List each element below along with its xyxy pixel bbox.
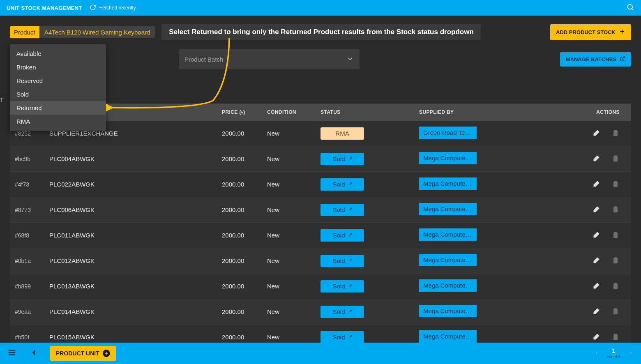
refresh-label: Fetched recently xyxy=(99,5,136,11)
row-supplier: Mega Computer S... xyxy=(415,146,530,172)
delete-button[interactable] xyxy=(611,129,620,137)
row-serial: PLC012ABWGK xyxy=(45,248,210,274)
delete-button[interactable] xyxy=(611,307,620,315)
pencil-icon xyxy=(593,307,601,315)
edit-button[interactable] xyxy=(593,154,601,162)
edit-button[interactable] xyxy=(593,230,601,239)
status-badge[interactable]: Sold xyxy=(320,280,364,293)
status-badge[interactable]: Sold xyxy=(320,255,364,267)
supplier-badge[interactable]: Mega Computer S... xyxy=(419,152,477,164)
product-batch-select[interactable]: Product Batch xyxy=(179,49,360,69)
supplier-badge[interactable]: Mega Computer S... xyxy=(419,330,477,343)
row-serial: PLC014ABWGK xyxy=(45,299,210,325)
edit-button[interactable] xyxy=(593,332,601,341)
status-option-available[interactable]: Available xyxy=(10,47,106,60)
row-price: 2000.00 xyxy=(210,248,263,274)
delete-button[interactable] xyxy=(611,230,620,239)
edit-button[interactable] xyxy=(593,129,601,137)
page-prev[interactable] xyxy=(594,350,599,357)
supplier-badge[interactable]: Mega Computer S... xyxy=(419,254,477,266)
supplier-badge[interactable]: Mega Computer S... xyxy=(419,279,477,292)
trash-icon xyxy=(611,332,620,341)
delete-button[interactable] xyxy=(611,281,620,290)
plus-icon xyxy=(619,28,625,36)
edit-button[interactable] xyxy=(593,205,601,213)
pencil-icon xyxy=(593,154,601,162)
edit-button[interactable] xyxy=(593,256,601,264)
manage-batches-label: MANAGE BATCHES xyxy=(566,56,616,62)
status-badge[interactable]: Sold xyxy=(320,306,364,318)
supplier-badge[interactable]: Mega Computer S... xyxy=(419,203,477,215)
product-chip-label: Product xyxy=(10,26,39,38)
row-actions xyxy=(530,299,631,325)
status-badge[interactable]: Sold xyxy=(320,204,364,216)
page-current: 1 xyxy=(607,348,620,355)
trash-icon xyxy=(611,129,620,137)
table-row: #8773 PLC006ABWGK 2000.00 New Sold Mega … xyxy=(10,197,631,223)
status-badge[interactable]: Sold xyxy=(320,229,364,242)
menu-button[interactable] xyxy=(7,348,16,359)
status-dropdown: AvailableBrokenReservedSoldReturnedRMA xyxy=(10,44,106,131)
row-actions xyxy=(530,274,631,299)
supplier-badge[interactable]: Mega Computer S... xyxy=(419,228,477,241)
status-badge[interactable]: Sold xyxy=(320,178,364,191)
row-status: Sold xyxy=(316,223,415,248)
edit-button[interactable] xyxy=(593,307,601,315)
menu-icon xyxy=(7,351,16,358)
delete-button[interactable] xyxy=(611,154,620,162)
supplier-badge[interactable]: Mega Computer S... xyxy=(419,177,477,190)
row-condition: New xyxy=(263,121,316,146)
edit-button[interactable] xyxy=(593,180,601,188)
product-unit-label: PRODUCT UNIT xyxy=(56,350,99,357)
row-id: #9eaa xyxy=(10,299,45,325)
row-serial: PLC004ABWGK xyxy=(45,146,210,172)
row-condition: New xyxy=(263,299,316,325)
status-option-reserved[interactable]: Reserved xyxy=(10,74,106,88)
search-icon xyxy=(626,7,634,13)
status-option-sold[interactable]: Sold xyxy=(10,88,106,101)
search-button[interactable] xyxy=(626,3,634,13)
manage-batches-button[interactable]: MANAGE BATCHES xyxy=(560,52,631,67)
row-actions xyxy=(530,223,631,248)
pencil-icon xyxy=(593,180,601,188)
page-next[interactable] xyxy=(629,350,634,357)
table-row: #0b1a PLC012ABWGK 2000.00 New Sold Mega … xyxy=(10,248,631,274)
trash-icon xyxy=(611,180,620,188)
pager: 1 out of 6 xyxy=(594,348,634,359)
header-row: Product A4Tech B120 Wired Gaming Keyboar… xyxy=(10,24,631,40)
batch-placeholder: Product Batch xyxy=(184,56,223,63)
status-badge[interactable]: Sold xyxy=(320,331,364,343)
delete-button[interactable] xyxy=(611,180,620,188)
status-option-returned[interactable]: Returned xyxy=(10,101,106,115)
status-option-broken[interactable]: Broken xyxy=(10,60,106,74)
tutorial-callout: Select Returned to bring only the Return… xyxy=(161,24,481,40)
pencil-icon xyxy=(593,281,601,290)
row-condition: New xyxy=(263,197,316,223)
row-id: #b899 xyxy=(10,274,45,299)
row-serial: PLC022ABWGK xyxy=(45,172,210,197)
trash-icon xyxy=(611,256,620,264)
trash-icon xyxy=(611,307,620,315)
chevron-left-icon xyxy=(30,351,39,358)
edit-button[interactable] xyxy=(593,281,601,290)
supplier-badge[interactable]: Mega Computer S... xyxy=(419,305,477,317)
delete-button[interactable] xyxy=(611,205,620,213)
product-unit-button[interactable]: PRODUCT UNIT xyxy=(50,346,116,361)
col-supplier: SUPPLIED BY xyxy=(415,104,530,121)
row-status: Sold xyxy=(316,197,415,223)
delete-button[interactable] xyxy=(611,256,620,264)
plus-circle-icon xyxy=(103,350,110,357)
row-actions xyxy=(530,146,631,172)
status-badge[interactable]: Sold xyxy=(320,153,364,165)
refresh-status[interactable]: Fetched recently xyxy=(90,4,136,12)
row-id: #bc9b xyxy=(10,146,45,172)
stock-table: PRICE (৳) CONDITION STATUS SUPPLIED BY A… xyxy=(10,104,631,350)
add-product-stock-button[interactable]: ADD PRODUCT STOCK xyxy=(550,24,631,40)
back-button[interactable] xyxy=(30,348,39,359)
trash-icon xyxy=(611,154,620,162)
delete-button[interactable] xyxy=(611,332,620,341)
supplier-badge[interactable]: Green Road Tech... xyxy=(419,127,477,139)
pencil-icon xyxy=(593,129,601,137)
status-option-rma[interactable]: RMA xyxy=(10,115,106,128)
row-supplier: Mega Computer S... xyxy=(415,299,530,325)
